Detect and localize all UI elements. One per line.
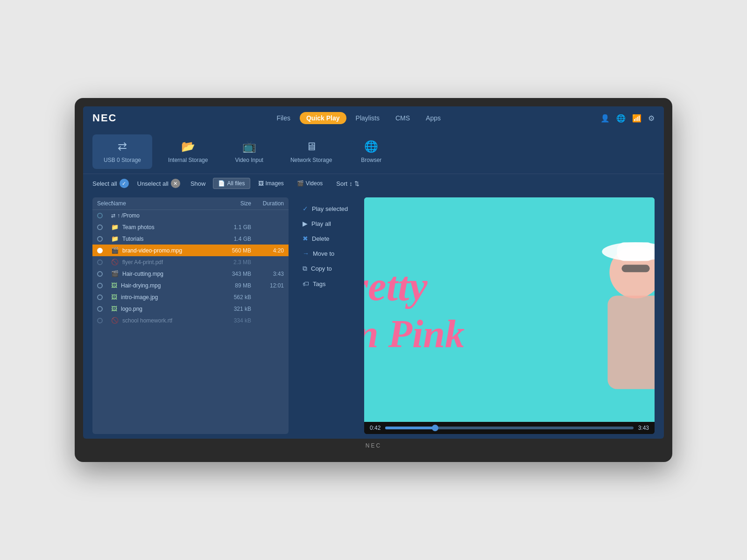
settings-icon[interactable]: ⚙ <box>648 114 655 123</box>
list-item[interactable]: 🎬 Hair-cutting.mpg 343 MB 3:43 <box>92 268 289 280</box>
unselect-all-btn[interactable]: Unselect all ✕ <box>137 179 180 188</box>
nav-cms[interactable]: CMS <box>389 112 416 124</box>
sort-asc-icon[interactable]: ↕ <box>349 180 352 187</box>
tags-icon: 🏷 <box>303 280 309 287</box>
top-nav: NEC Files Quick Play Playlists CMS Apps … <box>83 106 664 130</box>
play-selected-label: Play selected <box>312 205 348 212</box>
storage-network[interactable]: 🖥 Network Storage <box>279 134 343 169</box>
nav-playlists[interactable]: Playlists <box>349 112 386 124</box>
play-all-label: Play all <box>311 220 331 227</box>
main-content: Select Name Size Duration ⇄ ↑ /Promo <box>83 193 664 439</box>
file-name-text: brand-video-promo.mpg <box>122 247 182 254</box>
file-list-panel: Select Name Size Duration ⇄ ↑ /Promo <box>92 197 289 434</box>
sort-label: Sort <box>336 180 347 187</box>
file-size: 1.4 GB <box>214 236 251 242</box>
tags-btn[interactable]: 🏷 Tags <box>296 277 357 290</box>
list-item[interactable]: 🚫 flyer A4-print.pdf 2.3 MB <box>92 256 289 268</box>
browser-label: Browser <box>361 157 381 163</box>
video-preview: Pretty in Pink 0:42 3:43 <box>364 197 655 434</box>
file-duration: 12:01 <box>251 282 284 289</box>
file-name-text: Team photos <box>122 224 155 231</box>
nav-quick-play[interactable]: Quick Play <box>300 112 346 124</box>
video-thumbnail: Pretty in Pink <box>364 197 655 422</box>
play-all-btn[interactable]: ▶ Play all <box>296 217 357 230</box>
nav-files[interactable]: Files <box>270 112 297 124</box>
video-controls: 0:42 3:43 <box>364 422 655 434</box>
svg-text:Pretty: Pretty <box>364 263 428 309</box>
network-storage-icon: 🖥 <box>306 140 317 153</box>
globe-icon[interactable]: 🌐 <box>616 114 626 123</box>
current-time: 0:42 <box>370 425 381 431</box>
storage-internal[interactable]: 📂 Internal Storage <box>157 134 219 169</box>
select-all-check-icon: ✓ <box>120 179 129 188</box>
file-name-text: school homework.rtf <box>122 317 172 324</box>
file-name-text: intro-image.jpg <box>121 294 158 301</box>
breadcrumb-row[interactable]: ⇄ ↑ /Promo <box>92 210 289 221</box>
filter-all-files[interactable]: 📄 All files <box>213 178 250 189</box>
videos-label: Videos <box>306 180 323 187</box>
file-duration: 4:20 <box>251 247 284 254</box>
wifi-icon[interactable]: 📶 <box>632 114 641 123</box>
video-icon: 🖼 <box>111 282 117 289</box>
video-input-label: Video Input <box>235 157 263 163</box>
delete-btn[interactable]: ✖ Delete <box>296 232 357 245</box>
file-list-header: Select Name Size Duration <box>92 197 289 210</box>
list-item[interactable]: 🎬 brand-video-promo.mpg 560 MB 4:20 <box>92 245 289 256</box>
filename-cell: 🚫 school homework.rtf <box>111 317 214 324</box>
progress-fill <box>385 427 435 429</box>
nav-apps[interactable]: Apps <box>419 112 447 124</box>
storage-video-input[interactable]: 📺 Video Input <box>224 134 275 169</box>
copy-to-btn[interactable]: ⧉ Copy to <box>296 262 357 275</box>
breadcrumb-path: ↑ /Promo <box>117 212 140 219</box>
svg-rect-5 <box>617 242 654 261</box>
sort-controls: Sort ↕ ⇅ <box>336 180 359 187</box>
list-item[interactable]: 🖼 intro-image.jpg 562 kB <box>92 291 289 303</box>
move-to-btn[interactable]: → Move to <box>296 247 357 260</box>
file-name-text: logo.png <box>121 306 142 312</box>
list-item[interactable]: 🖼 logo.png 321 kB <box>92 303 289 315</box>
file-name-text: Hair-cutting.mpg <box>122 271 163 277</box>
nav-bar: Files Quick Play Playlists CMS Apps <box>270 112 447 124</box>
profile-icon[interactable]: 👤 <box>600 114 610 123</box>
filename-cell: 🖼 logo.png <box>111 305 214 312</box>
filename-cell: 🖼 Hair-drying.mpg <box>111 282 214 289</box>
play-selected-btn[interactable]: ✓ Play selected <box>296 202 357 215</box>
tv-brand-bottom: NEC <box>366 442 381 449</box>
filter-images[interactable]: 🖼 Images <box>253 178 289 189</box>
network-storage-label: Network Storage <box>290 157 332 163</box>
col-size: Size <box>214 200 251 207</box>
list-item[interactable]: 📁 Team photos 1.1 GB <box>92 221 289 233</box>
filter-videos[interactable]: 🎬 Videos <box>292 178 328 189</box>
row-radio <box>97 318 103 323</box>
file-size: 560 MB <box>214 247 251 254</box>
file-size: 321 kB <box>214 306 251 312</box>
internal-storage-icon: 📂 <box>181 140 195 153</box>
list-item[interactable]: 🖼 Hair-drying.mpg 89 MB 12:01 <box>92 280 289 291</box>
tv-display: NEC Files Quick Play Playlists CMS Apps … <box>75 98 672 462</box>
row-radio <box>97 224 103 230</box>
usb-storage-label: USB 0 Storage <box>104 157 141 163</box>
usb-breadcrumb-icon: ⇄ <box>111 213 115 219</box>
images-label: Images <box>266 180 284 187</box>
col-name: Name <box>111 200 214 207</box>
list-item[interactable]: 📁 Tutorials 1.4 GB <box>92 233 289 245</box>
sort-desc-icon[interactable]: ⇅ <box>354 180 359 187</box>
video-icon: 🎬 <box>111 270 119 277</box>
video-frame: Pretty in Pink <box>364 197 655 422</box>
storage-usb[interactable]: ⇄ USB 0 Storage <box>92 134 152 169</box>
storage-browser[interactable]: 🌐 Browser <box>348 134 395 169</box>
list-item[interactable]: 🚫 school homework.rtf 334 kB <box>92 315 289 326</box>
file-size: 562 kB <box>214 294 251 301</box>
filename-cell: 📁 Team photos <box>111 224 214 231</box>
progress-bar[interactable] <box>385 427 633 429</box>
file-size: 89 MB <box>214 282 251 289</box>
progress-thumb[interactable] <box>432 425 438 431</box>
select-all-btn[interactable]: Select all ✓ <box>92 179 129 188</box>
file-list-body: ⇄ ↑ /Promo 📁 Team photos 1.1 GB <box>92 210 289 434</box>
row-radio <box>97 259 103 265</box>
row-radio <box>97 271 103 277</box>
file-size: 334 kB <box>214 317 251 324</box>
image-icon: 🖼 <box>111 294 117 301</box>
all-files-label: All files <box>227 180 245 187</box>
image-icon: 🖼 <box>111 305 117 312</box>
